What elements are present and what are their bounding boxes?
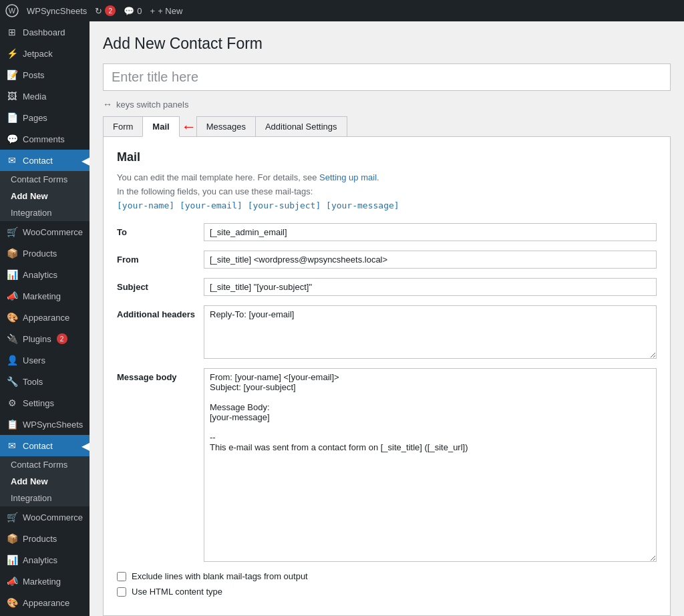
update-icon: ↻ [95,6,102,16]
setting-up-mail-link[interactable]: Setting up mail [319,172,377,182]
site-name-text: WPSyncSheets [27,6,87,16]
mail-panel: Mail You can edit the mail template here… [103,136,671,616]
keys-hint: ↔ keys switch panels [103,99,671,110]
new-content-button[interactable]: + + New [150,6,183,16]
sidebar-label-marketing-2: Marketing [23,577,61,587]
sidebar-item-products-2[interactable]: 📦 Products [0,528,90,549]
users-icon: 👤 [7,355,17,365]
tab-additional-settings[interactable]: Additional Settings [255,116,347,137]
new-label: + New [158,6,182,16]
comments-link[interactable]: 💬 0 [124,6,142,16]
message-body-row: Message body From: [your-name] <[your-em… [117,368,657,562]
tab-form[interactable]: Form [103,116,143,137]
plugins-icon: 🔌 [7,333,17,344]
sidebar-label-comments: Comments [23,134,65,144]
sidebar-label-media: Media [23,92,46,102]
from-field-row: From [117,251,657,269]
message-body-textarea[interactable]: From: [your-name] <[your-email]> Subject… [204,368,657,562]
mail-tags-display: [your-name] [your-email] [your-subject] … [117,200,399,210]
plus-icon: + [150,6,156,16]
sidebar-item-pages[interactable]: 📄 Pages [0,107,90,128]
sidebar-item-comments[interactable]: 💬 Comments [0,128,90,150]
contact-submenu-2: Contact Forms Add New Integration [0,456,90,506]
contact-icon: ✉ [7,155,17,166]
sidebar-item-posts[interactable]: 📝 Posts [0,64,90,86]
sidebar-label-dashboard: Dashboard [23,27,65,37]
to-input[interactable] [204,223,657,241]
sidebar-label-contact: Contact [23,156,53,166]
mail-panel-desc: You can edit the mail template here. For… [117,171,657,212]
submenu-contact-forms-2[interactable]: Contact Forms [0,456,90,473]
form-title-input[interactable] [103,63,671,91]
updates-link[interactable]: ↻ 2 [95,5,116,16]
sidebar-item-contact[interactable]: ✉ Contact ◀ [0,150,90,171]
desc-text-1: You can edit the mail template here. For… [117,172,319,182]
media-icon: 🖼 [7,91,17,102]
main-content: Add New Contact Form ↔ keys switch panel… [90,21,684,616]
settings-icon: ⚙ [7,398,17,408]
sidebar-label-appearance: Appearance [23,313,69,323]
tab-mail[interactable]: Mail [142,116,179,137]
pages-icon: 📄 [7,112,17,123]
submenu-integration-2[interactable]: Integration [0,490,90,506]
sidebar-item-marketing-2[interactable]: 📣 Marketing [0,571,90,592]
sidebar-label-jetpack: Jetpack [23,49,53,59]
tabs-bar: Form Mail ← Messages Additional Settings [103,116,671,137]
sidebar-item-media[interactable]: 🖼 Media [0,86,90,107]
html-content-checkbox[interactable] [117,587,126,597]
sidebar-item-appearance-2[interactable]: 🎨 Appearance [0,592,90,613]
tab-messages[interactable]: Messages [196,116,256,137]
headers-field-row: Additional headers Reply-To: [your-email… [117,305,657,359]
contact-2-arrow-icon: ◀ [81,440,90,452]
sidebar-item-marketing[interactable]: 📣 Marketing [0,285,90,307]
submenu-contact-forms[interactable]: Contact Forms [0,171,90,188]
comment-icon: 💬 [124,6,134,16]
admin-bar: W WPSyncSheets ↻ 2 💬 0 + + New [0,0,684,21]
html-content-label: Use HTML content type [132,587,222,597]
sidebar-item-products[interactable]: 📦 Products [0,243,90,264]
contact-2-icon: ✉ [7,440,17,451]
sidebar-item-tools[interactable]: 🔧 Tools [0,371,90,392]
subject-input[interactable] [204,278,657,296]
main-layout: ⊞ Dashboard ⚡ Jetpack 📝 Posts 🖼 Media 📄 … [0,21,684,616]
subject-label: Subject [117,278,204,292]
sidebar-item-users[interactable]: 👤 Users [0,349,90,371]
headers-label: Additional headers [117,305,204,319]
exclude-blank-checkbox[interactable] [117,572,126,581]
sidebar-item-appearance[interactable]: 🎨 Appearance [0,307,90,328]
from-label: From [117,251,204,265]
sidebar-item-jetpack[interactable]: ⚡ Jetpack [0,43,90,64]
products-icon: 📦 [7,248,17,259]
updates-count: 2 [105,5,116,16]
to-field-row: To [117,223,657,241]
wpsyncsheets-icon: 📋 [7,419,17,430]
sidebar-item-analytics[interactable]: 📊 Analytics [0,264,90,285]
products-2-icon: 📦 [7,533,17,544]
plugins-badge: 2 [57,333,67,344]
submenu-integration[interactable]: Integration [0,204,90,221]
sidebar-label-tools: Tools [23,377,43,387]
from-input[interactable] [204,251,657,269]
sidebar-label-users: Users [23,355,45,365]
html-content-row: Use HTML content type [117,587,657,597]
sidebar-item-contact-2[interactable]: ✉ Contact ◀ [0,435,90,456]
jetpack-icon: ⚡ [7,48,17,59]
site-name-link[interactable]: WPSyncSheets [27,6,87,16]
sidebar-label-posts: Posts [23,70,45,80]
submenu-add-new[interactable]: Add New [0,188,90,204]
sidebar-item-woocommerce[interactable]: 🛒 WooCommerce [0,221,90,243]
red-arrow-indicator: ← [182,120,196,134]
sidebar-label-woocommerce: WooCommerce [23,227,83,237]
sidebar-item-woocommerce-2[interactable]: 🛒 WooCommerce [0,506,90,528]
sidebar-item-plugins[interactable]: 🔌 Plugins 2 [0,328,90,349]
tab-mail-label: Mail [152,122,169,132]
sidebar-item-dashboard[interactable]: ⊞ Dashboard [0,21,90,43]
sidebar-item-wpsyncsheets[interactable]: 📋 WPSyncSheets [0,414,90,435]
sidebar-item-settings[interactable]: ⚙ Settings [0,392,90,414]
headers-textarea[interactable]: Reply-To: [your-email] [204,305,657,359]
sidebar-label-woocommerce-2: WooCommerce [23,512,83,522]
wp-logo-button[interactable]: W [5,4,19,17]
submenu-add-new-2[interactable]: Add New [0,473,90,490]
sidebar-label-pages: Pages [23,113,47,123]
sidebar-item-analytics-2[interactable]: 📊 Analytics [0,549,90,571]
